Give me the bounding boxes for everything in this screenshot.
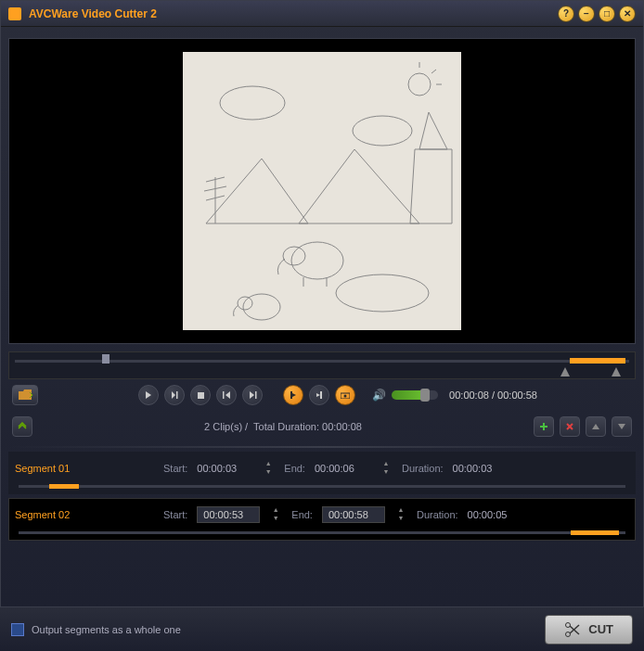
start-spinner[interactable]: ▲▼ — [269, 506, 282, 523]
segment-name: Segment 02 — [15, 509, 154, 520]
volume-icon[interactable]: 🔊 — [372, 389, 386, 402]
selection-range[interactable] — [570, 358, 625, 364]
svg-marker-29 — [316, 393, 320, 397]
output-whole-checkbox[interactable] — [11, 623, 24, 636]
time-display: 00:00:08 / 00:00:58 — [449, 389, 537, 401]
volume-slider[interactable] — [392, 390, 438, 400]
end-value: 00:00:06 — [315, 463, 370, 474]
svg-marker-38 — [618, 424, 625, 429]
start-input[interactable] — [197, 506, 260, 523]
end-input[interactable] — [322, 506, 385, 523]
duration-value: 00:00:05 — [468, 509, 523, 520]
svg-rect-30 — [320, 391, 322, 399]
open-file-button[interactable] — [12, 385, 38, 405]
prev-button[interactable] — [216, 385, 237, 405]
segment-row[interactable]: Segment 02 Start: ▲▼ End: ▲▼ Duration: 0… — [8, 498, 636, 541]
svg-rect-0 — [187, 57, 457, 326]
playhead-marker[interactable] — [102, 354, 109, 364]
segment-row[interactable]: Segment 01 Start: 00:00:03 ▲▼ End: 00:00… — [8, 452, 636, 494]
svg-marker-19 — [146, 391, 151, 399]
app-logo-icon — [8, 7, 21, 20]
next-button[interactable] — [242, 385, 263, 405]
window-title: AVCWare Video Cutter 2 — [29, 7, 558, 20]
svg-rect-26 — [255, 391, 257, 399]
play-button[interactable] — [138, 385, 159, 405]
segment-name: Segment 01 — [15, 463, 154, 474]
end-label: End: — [284, 463, 305, 474]
duration-label: Duration: — [402, 463, 444, 474]
footer: Output segments as a whole one CUT — [0, 606, 644, 651]
step-button[interactable] — [164, 385, 185, 405]
start-label: Start: — [163, 509, 187, 520]
end-spinner[interactable]: ▲▼ — [380, 460, 393, 477]
video-frame — [183, 52, 461, 330]
scissors-icon — [564, 621, 581, 638]
svg-rect-27 — [290, 391, 292, 399]
timeline[interactable] — [8, 351, 636, 379]
segment-list: Segment 01 Start: 00:00:03 ▲▼ End: 00:00… — [8, 452, 636, 541]
video-preview — [8, 38, 636, 344]
svg-marker-37 — [592, 424, 599, 429]
delete-clip-button[interactable] — [560, 416, 580, 437]
duration-value: 00:00:03 — [453, 463, 509, 474]
end-label: End: — [291, 509, 313, 520]
help-button[interactable]: ? — [558, 6, 574, 22]
svg-marker-28 — [292, 393, 296, 397]
mark-out-button[interactable] — [309, 385, 329, 405]
mark-in-button[interactable] — [283, 385, 303, 405]
svg-rect-21 — [176, 391, 178, 399]
clips-summary: 2 Clip(s) / Total Duration: 00:00:08 — [32, 421, 534, 432]
titlebar[interactable]: AVCWare Video Cutter 2 ? − □ ✕ — [1, 1, 643, 27]
cut-button[interactable]: CUT — [545, 615, 633, 645]
output-whole-label: Output segments as a whole one — [32, 624, 545, 635]
collapse-button[interactable] — [12, 416, 32, 437]
minimize-button[interactable]: − — [578, 6, 595, 22]
svg-marker-25 — [250, 391, 254, 399]
cut-label: CUT — [588, 622, 613, 636]
start-spinner[interactable]: ▲▼ — [262, 460, 275, 477]
svg-marker-18 — [612, 367, 621, 377]
snapshot-button[interactable] — [335, 385, 355, 405]
move-up-button[interactable] — [586, 416, 606, 437]
end-spinner[interactable]: ▲▼ — [394, 506, 407, 523]
volume-thumb[interactable] — [420, 389, 430, 402]
add-clip-button[interactable] — [534, 416, 554, 437]
svg-marker-17 — [560, 367, 570, 377]
svg-rect-23 — [223, 391, 225, 399]
svg-rect-22 — [198, 392, 204, 399]
maximize-button[interactable]: □ — [599, 6, 615, 22]
svg-point-32 — [344, 395, 347, 398]
playback-controls: 🔊 00:00:08 / 00:00:58 — [8, 379, 636, 411]
stop-button[interactable] — [190, 385, 211, 405]
duration-label: Duration: — [417, 509, 458, 520]
move-down-button[interactable] — [612, 416, 632, 437]
start-label: Start: — [163, 463, 187, 474]
svg-marker-24 — [225, 391, 230, 399]
svg-marker-20 — [172, 391, 175, 399]
start-value: 00:00:03 — [197, 463, 252, 474]
close-button[interactable]: ✕ — [619, 6, 636, 22]
